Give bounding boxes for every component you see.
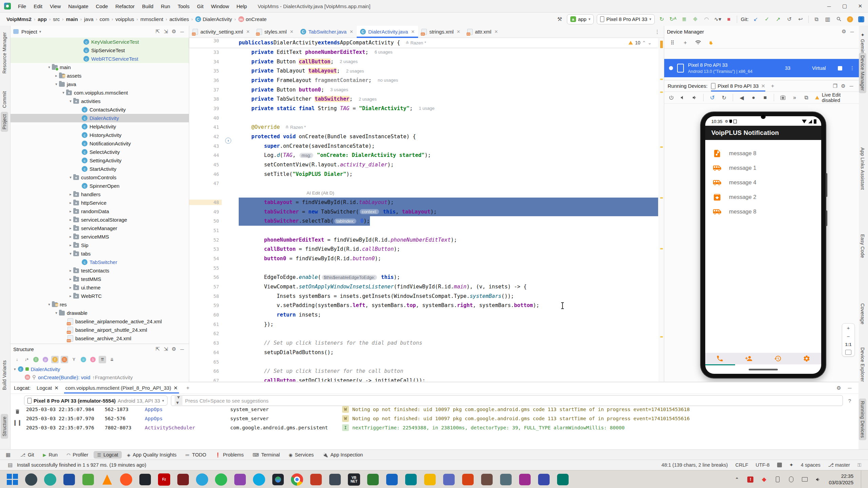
tree-open-arrow-icon[interactable]: ▾ [68,251,73,256]
tree-item-helpactivity[interactable]: cHelpActivity [11,122,189,131]
rollback-icon[interactable]: ↩ [796,15,805,23]
file-encoding[interactable]: UTF-8 [756,462,770,468]
screenshot-icon[interactable] [779,94,786,102]
chevron-down-icon[interactable]: ▾ [14,367,16,371]
zoom-out-button[interactable]: − [847,333,850,339]
tree-closed-arrow-icon[interactable]: ▸ [54,74,59,78]
hidden-icons-expand-icon[interactable]: ⌃ [734,476,740,483]
status-message[interactable]: Install successfully finished in 1 s 927… [17,462,146,468]
chrome-icon[interactable] [290,473,304,486]
close-tab-icon[interactable]: ✕ [494,29,498,34]
stripe-tab-device-manager[interactable]: Device Manager [859,53,866,93]
taskbar-app-search[interactable] [24,473,38,486]
editor-tab-tabswitcher.java[interactable]: CTabSwitcher.java✕ [297,26,357,38]
tree-item-baseline_archive_24.xml[interactable]: baseline_archive_24.xml [11,334,189,343]
settings-icon[interactable]: ⚙ [170,345,178,353]
usb-icon[interactable] [774,476,781,483]
scroll-to-source-icon[interactable]: ⇊ [108,356,116,363]
tool-window-button-git[interactable]: ⎇Git [17,451,38,459]
notification-item[interactable]: message 8 [705,204,821,219]
taskbar-app-teal-2[interactable] [404,473,418,486]
code-line-62[interactable]: 62 [189,329,658,339]
taskbar-app-brown[interactable] [480,473,494,486]
gemini-spark-icon[interactable]: ✦ [789,462,793,468]
tree-item-sip[interactable]: ▸Sip [11,241,189,249]
history-icon[interactable]: ↺ [785,15,793,23]
stop-device-icon[interactable] [838,66,842,70]
settings-icon[interactable]: ⚙ [840,27,848,36]
code-line-45[interactable]: 45 setContentView(R.layout.activity_dial… [189,160,658,169]
taskbar-clock[interactable]: 22:35 03/03/2025 [829,473,853,486]
tool-window-button-logcat[interactable]: ☰Logcat [94,451,121,459]
tree-item-customcontrols[interactable]: ▾customControls [11,173,189,182]
vlc-icon[interactable] [100,473,114,486]
rotate-right-icon[interactable]: ↻ [721,94,728,102]
stripe-tab-commit[interactable]: Commit [1,89,8,110]
stripe-tab-easy-code[interactable]: Easy Code [859,232,866,260]
profiler-icon[interactable]: ◠ [703,15,711,23]
code-line-47[interactable]: 47 [189,179,658,188]
menu-item-refactor[interactable]: Refactor [112,0,138,12]
window-mode-icon[interactable]: ❐ [831,82,839,90]
breadcrumb-item-voipplus[interactable]: voipplus [115,16,135,23]
telegram-icon[interactable] [195,473,209,486]
tool-window-button-profiler[interactable]: ◠Profiler [63,451,92,459]
show-non-public-icon[interactable]: ⚿ [61,356,68,363]
tree-item-settingactivity[interactable]: cSettingActivity [11,156,189,165]
code-line-54[interactable]: 54 button0 = findViewById(R.id.button0); [189,254,658,263]
tree-item-historyactivity[interactable]: cHistoryActivity [11,131,189,139]
code-line-67[interactable]: 67 callButton.setOnClickListener(v -> in… [189,376,658,382]
tree-item-res[interactable]: ▾res [11,300,189,309]
menu-item-edit[interactable]: Edit [30,0,46,12]
taskbar-app-blue-2[interactable] [385,473,399,486]
group-methods-icon[interactable]: Y [70,356,78,363]
show-lambdas-icon[interactable]: λ [89,356,97,363]
menu-item-tools[interactable]: Tools [174,0,193,12]
tree-item-activities[interactable]: ▾activities [11,97,189,105]
code-line-35[interactable]: 35 private TabLayout tabLayout;2 usages [189,66,658,76]
overview-icon[interactable]: ■ [762,94,769,102]
stripe-tab-coverage[interactable]: Coverage [859,301,866,327]
volume-down-icon[interactable] [679,94,686,102]
run-tasks-icon[interactable]: ≣ [680,15,688,23]
usages-hint[interactable]: 1 usage [419,106,434,111]
code-line-53[interactable]: 53 callButton = findViewById(R.id.callBu… [189,244,658,254]
start-button[interactable] [5,473,19,486]
taskbar-app-slate[interactable] [328,473,342,486]
tree-item-testmms[interactable]: ▸testMMS [11,275,189,283]
code-line-44[interactable]: 44 Log.d(TAG, msg: "onCreate: DialerActi… [189,151,658,160]
taskbar-app-teal[interactable] [43,473,57,486]
collapse-all-icon[interactable]: ⇲ [162,27,170,36]
show-inherited-icon[interactable]: I [32,356,40,363]
tree-item-contactsactivity[interactable]: cContactsActivity [11,105,189,114]
tree-item-webrtcservicetest[interactable]: cWebRTCServiceTest [11,55,189,63]
menu-item-build[interactable]: Build [138,0,157,12]
structure-method-row[interactable]: m ⚲ onCreate(Bundle): void ↑FragmentActi… [11,373,189,381]
settings-icon[interactable]: ⚙ [835,384,843,392]
notification-item[interactable]: message 2 [705,190,821,204]
code-line-36[interactable]: 36 private FrameLayout fragmentContainer… [189,76,658,85]
usages-hint[interactable]: 2 usages [346,68,364,74]
zoom-reset-button[interactable]: 1:1 [845,342,852,347]
code-line-51[interactable]: 51 [189,226,658,235]
structure-panel-title[interactable]: Structure [13,346,34,352]
code-line-64[interactable]: 64 setupDialPadButtons(); [189,348,658,357]
stripe-tab-structure[interactable]: Structure [1,414,8,439]
tree-item-com.voipplus.mmsclient[interactable]: ▾com.voipplus.mmsclient [11,88,189,97]
run-config-selector[interactable]: aapp▾ [567,14,594,24]
usages-hint[interactable]: 2 usages [340,59,358,64]
code-line-57[interactable]: 57 ViewCompat.setOnApplyWindowInsetsList… [189,282,658,291]
code-line-41[interactable]: 41 @Override≗ Razen * [189,123,658,132]
tree-closed-arrow-icon[interactable]: ▸ [68,235,73,239]
taskbar-app-indigo-2[interactable] [537,473,551,486]
tree-closed-arrow-icon[interactable]: ▸ [68,243,73,247]
notification-item[interactable]: message 1 [705,161,821,175]
vb-net-icon[interactable]: VB NET [347,473,361,486]
usages-hint[interactable]: no usages [378,78,398,83]
fit-screen-icon[interactable] [845,350,851,355]
code-area[interactable]: 33 private EditText phoneNumberEditText;… [189,47,658,382]
code-line-38[interactable]: 38 private TabSwitcher tabSwitcher;2 usa… [189,94,658,104]
breadcrumb-item-activities[interactable]: activities [169,16,190,23]
settings-icon[interactable]: ⚙ [170,27,178,36]
volume-up-icon[interactable] [691,94,698,102]
